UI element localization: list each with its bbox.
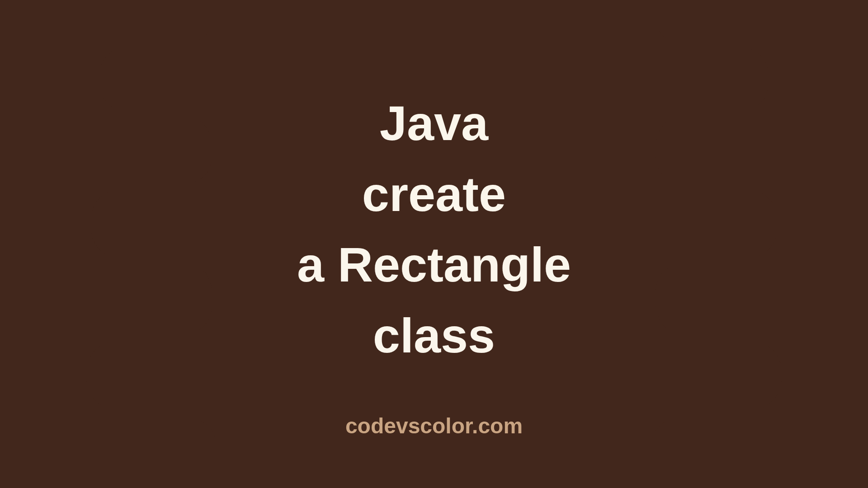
watermark-text: codevscolor.com — [345, 413, 523, 438]
title-text: Java create a Rectangle class — [297, 88, 571, 371]
